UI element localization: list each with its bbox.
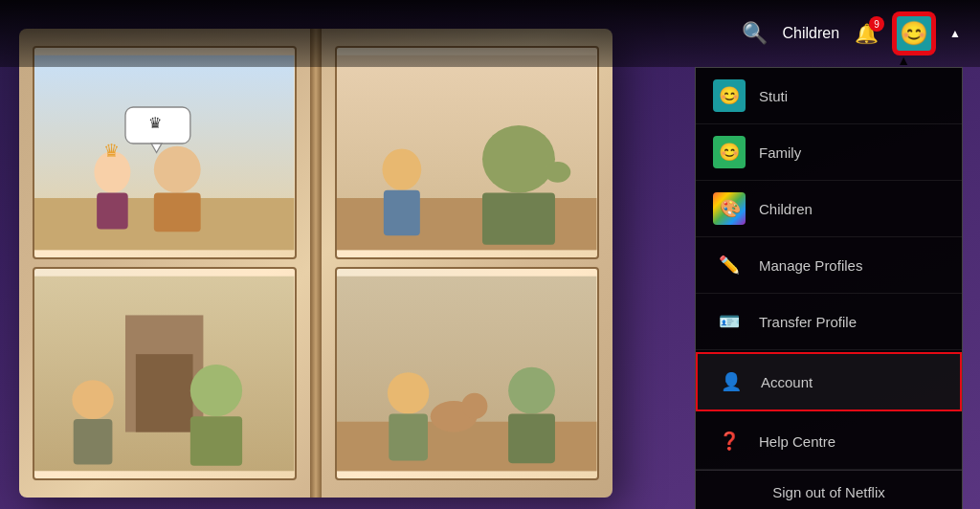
panel-bottom-right — [335, 267, 598, 480]
manage-profiles-item[interactable]: ✏️ Manage Profiles — [696, 237, 962, 294]
profile-dropdown: 😊 Stuti 😊 Family 🎨 Children ✏️ Manage Pr… — [695, 67, 963, 509]
children-label: Children — [759, 201, 813, 217]
svg-point-29 — [462, 393, 488, 419]
panel-bottom-left — [33, 267, 296, 480]
nav-right: 🔍 Children 🔔 9 😊 ▲ — [742, 13, 961, 54]
help-centre-icon: ❓ — [713, 425, 746, 457]
manage-profiles-icon: ✏️ — [713, 249, 746, 281]
help-centre-item[interactable]: ❓ Help Centre — [696, 413, 962, 470]
svg-point-5 — [154, 146, 201, 193]
profile-children-item[interactable]: 🎨 Children — [696, 181, 962, 237]
transfer-profile-label: Transfer Profile — [759, 314, 857, 330]
svg-point-30 — [509, 367, 556, 414]
transfer-profile-item[interactable]: 🪪 Transfer Profile — [696, 294, 962, 350]
signout-item[interactable]: Sign out of Netflix — [696, 470, 962, 509]
profile-stuti-item[interactable]: 😊 Stuti — [696, 68, 962, 124]
svg-rect-4 — [97, 193, 128, 230]
svg-rect-6 — [154, 193, 201, 232]
current-profile-name: Children — [783, 25, 840, 42]
profile-avatar-button[interactable]: 😊 — [894, 13, 934, 54]
svg-rect-14 — [74, 419, 113, 464]
avatar-face-icon: 😊 — [900, 20, 928, 47]
svg-text:♛: ♛ — [149, 114, 163, 131]
navbar: 🔍 Children 🔔 9 😊 ▲ — [0, 0, 980, 67]
svg-rect-16 — [190, 416, 242, 466]
svg-rect-22 — [482, 193, 555, 245]
panel-top-right — [335, 46, 598, 259]
svg-point-21 — [482, 125, 555, 193]
stuti-label: Stuti — [759, 88, 788, 104]
svg-point-15 — [190, 365, 242, 416]
signout-label: Sign out of Netflix — [772, 484, 885, 500]
account-label: Account — [761, 374, 813, 390]
dropdown-caret-icon: ▲ — [949, 27, 961, 40]
children-avatar-icon: 🎨 — [713, 192, 746, 225]
svg-text:🎨: 🎨 — [720, 198, 741, 219]
svg-point-19 — [383, 148, 422, 189]
family-avatar-icon: 😊 — [713, 136, 746, 168]
account-item[interactable]: 👤 Account — [696, 352, 962, 411]
account-icon: 👤 — [715, 365, 747, 398]
help-centre-label: Help Centre — [759, 433, 835, 450]
svg-rect-31 — [509, 414, 556, 464]
panel-top-left: ♛ ♛ — [33, 46, 296, 259]
book: ♛ ♛ — [19, 29, 612, 498]
svg-rect-27 — [390, 414, 429, 461]
manage-profiles-label: Manage Profiles — [759, 257, 862, 274]
svg-rect-18 — [337, 198, 596, 250]
book-illustration: ♛ ♛ — [19, 29, 612, 498]
family-label: Family — [759, 144, 801, 161]
svg-point-23 — [546, 162, 571, 183]
profile-family-item[interactable]: 😊 Family — [696, 124, 962, 181]
svg-rect-20 — [384, 190, 420, 235]
notifications-bell[interactable]: 🔔 9 — [855, 22, 879, 45]
search-icon[interactable]: 🔍 — [742, 21, 768, 46]
stuti-avatar-icon: 😊 — [713, 79, 746, 112]
transfer-profile-icon: 🪪 — [713, 305, 746, 338]
svg-text:♛: ♛ — [103, 141, 120, 161]
bell-badge: 9 — [869, 16, 884, 32]
svg-rect-12 — [136, 354, 193, 432]
svg-point-26 — [388, 372, 429, 413]
svg-point-13 — [73, 380, 114, 419]
